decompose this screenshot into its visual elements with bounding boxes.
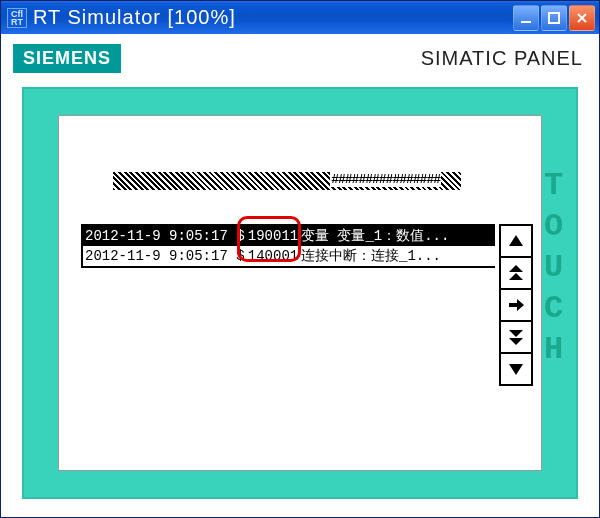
panel-wrap: TOUCH ################ 2012-11-9 9:05:17… bbox=[1, 79, 599, 517]
minimize-icon bbox=[519, 11, 533, 25]
ack-button[interactable] bbox=[499, 288, 533, 322]
arrow-right-icon bbox=[507, 296, 525, 314]
alarm-list: 2012-11-9 9:05:17 $ 190011 变量 变量_1：数值...… bbox=[81, 224, 495, 268]
svg-marker-6 bbox=[509, 330, 523, 337]
alarm-row[interactable]: 2012-11-9 9:05:17 $ 190011 变量 变量_1：数值... bbox=[83, 226, 495, 246]
svg-rect-1 bbox=[549, 13, 559, 23]
maximize-icon bbox=[547, 11, 561, 25]
page-up-button[interactable] bbox=[499, 256, 533, 290]
maximize-button[interactable] bbox=[541, 5, 567, 31]
svg-marker-2 bbox=[509, 235, 523, 246]
client-area: SIEMENS SIMATIC PANEL TOUCH ############… bbox=[1, 34, 599, 517]
window-title: RT Simulator [100%] bbox=[33, 6, 513, 29]
page-down-button[interactable] bbox=[499, 320, 533, 354]
titlebar[interactable]: Cfl RT RT Simulator [100%] bbox=[1, 1, 599, 34]
close-button[interactable] bbox=[569, 5, 595, 31]
double-triangle-up-icon bbox=[507, 264, 525, 282]
svg-marker-8 bbox=[509, 364, 523, 375]
siemens-logo: SIEMENS bbox=[13, 44, 121, 73]
svg-marker-7 bbox=[509, 338, 523, 345]
simatic-panel-label: SIMATIC PANEL bbox=[421, 47, 583, 70]
triangle-up-icon bbox=[507, 232, 525, 250]
alarm-message: 变量 变量_1：数值... bbox=[301, 227, 493, 245]
svg-marker-4 bbox=[509, 273, 523, 280]
close-icon bbox=[575, 11, 589, 25]
triangle-down-icon bbox=[507, 360, 525, 378]
alarm-row[interactable]: 2012-11-9 9:05:17 $ 140001 连接中断：连接_1... bbox=[83, 246, 495, 266]
hash-placeholder: ################ bbox=[330, 172, 441, 187]
scroll-down-button[interactable] bbox=[499, 352, 533, 386]
window-controls bbox=[513, 5, 595, 31]
application-window: Cfl RT RT Simulator [100%] SIEMENS SIMAT… bbox=[0, 0, 600, 518]
double-triangle-down-icon bbox=[507, 328, 525, 346]
alarm-timestamp: 2012-11-9 9:05:17 $ bbox=[85, 227, 245, 245]
minimize-button[interactable] bbox=[513, 5, 539, 31]
app-icon: Cfl RT bbox=[7, 8, 27, 28]
svg-marker-5 bbox=[509, 299, 524, 311]
alarm-code: 190011 bbox=[245, 227, 301, 245]
hmi-bezel: TOUCH ################ 2012-11-9 9:05:17… bbox=[22, 87, 578, 499]
panel-header: SIEMENS SIMATIC PANEL bbox=[1, 44, 599, 79]
alarm-nav-buttons bbox=[499, 224, 533, 384]
svg-rect-0 bbox=[521, 21, 531, 23]
alarm-timestamp: 2012-11-9 9:05:17 $ bbox=[85, 247, 245, 265]
alarm-message: 连接中断：连接_1... bbox=[301, 247, 493, 265]
svg-marker-3 bbox=[509, 265, 523, 272]
alarm-view[interactable]: 2012-11-9 9:05:17 $ 190011 变量 变量_1：数值...… bbox=[81, 224, 495, 452]
hmi-screen[interactable]: ################ 2012-11-9 9:05:17 $ 190… bbox=[58, 115, 542, 471]
scroll-up-button[interactable] bbox=[499, 224, 533, 258]
alarm-code: 140001 bbox=[245, 247, 301, 265]
